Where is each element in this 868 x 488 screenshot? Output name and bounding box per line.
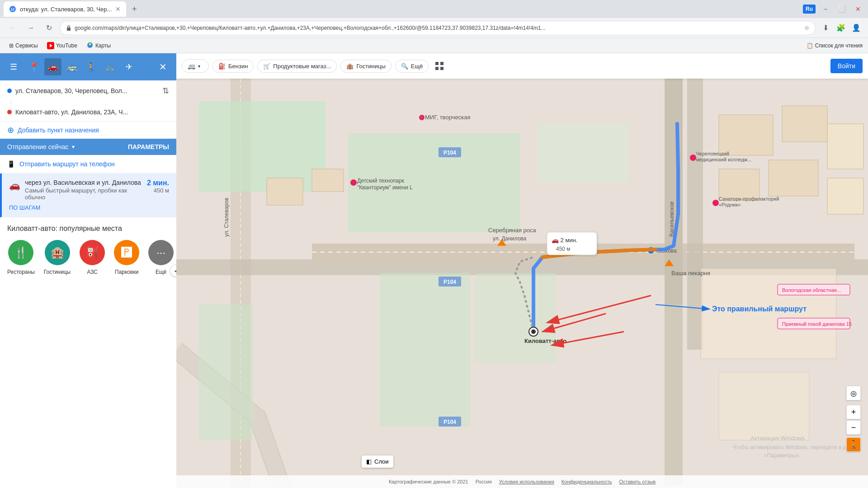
zoom-in-button[interactable]: +: [846, 405, 861, 419]
extensions-button[interactable]: 🧩: [835, 22, 847, 34]
popular-item-parking[interactable]: 🅿 Парковки: [114, 240, 139, 275]
destination-dot: [7, 110, 12, 114]
add-destination-button[interactable]: ⊕ Добавить пункт назначения: [0, 122, 176, 139]
plane-transport-button[interactable]: ✈: [120, 58, 137, 75]
lock-icon: [66, 25, 72, 31]
window-controls: Ru − ⬜ ✕: [803, 3, 864, 15]
download-icon-button[interactable]: ⬇: [819, 22, 832, 34]
my-location-button[interactable]: ◎: [846, 386, 861, 400]
popular-item-restaurants[interactable]: 🍴 Рестораны: [7, 240, 35, 275]
fuel-filter-button[interactable]: ⛽ Бензин: [212, 60, 254, 73]
car-transport-button[interactable]: 🚗: [44, 58, 61, 75]
svg-rect-24: [199, 305, 253, 440]
bus-icon: 🚌: [67, 62, 77, 72]
close-window-button[interactable]: ✕: [852, 3, 864, 15]
layers-button[interactable]: ◧ Слои: [362, 455, 393, 468]
sign-in-button[interactable]: Войти: [830, 59, 863, 73]
fuel-filter-label: Бензин: [228, 63, 248, 70]
svg-rect-35: [312, 169, 344, 192]
toolbar-right-buttons: ⬇ 🧩 👤: [819, 22, 863, 34]
pin-transport-button[interactable]: 📍: [25, 58, 42, 75]
swap-icon[interactable]: ⇅: [162, 86, 169, 96]
bus-transport-button[interactable]: 🚌: [63, 58, 80, 75]
terms-label[interactable]: Условия использования: [499, 479, 554, 484]
destination-input[interactable]: Киловатт-авто, ул. Данилова, 23А, Ч...: [15, 108, 169, 116]
map-footer: Картографические данные © 2021 Россия Ус…: [176, 475, 868, 488]
grid-icon: ⊞: [9, 42, 14, 49]
menu-button[interactable]: ☰: [5, 59, 22, 75]
walk-transport-button[interactable]: 🚶: [82, 58, 99, 75]
back-button[interactable]: ←: [5, 21, 20, 35]
params-button[interactable]: ПАРАМЕТРЫ: [128, 143, 169, 150]
copyright-label: Картографические данные © 2021: [389, 479, 468, 484]
svg-text:МИГ, творческая: МИГ, творческая: [425, 114, 470, 121]
svg-rect-34: [267, 178, 303, 205]
step-by-step-link[interactable]: ПО ШАГАМ: [9, 204, 40, 211]
street-view-button[interactable]: 🚶: [846, 437, 861, 452]
maximize-button[interactable]: ⬜: [835, 3, 848, 15]
more-icon-circle: ···: [148, 240, 174, 265]
svg-rect-32: [701, 268, 836, 359]
add-destination-label: Добавить пункт назначения: [18, 127, 99, 134]
active-tab[interactable]: M откуда: ул. Сталеваров, 30, Чер... ✕: [4, 1, 126, 17]
car-icon: 🚗: [48, 62, 58, 72]
departure-label: Отправление сейчас: [7, 143, 68, 150]
google-apps-button[interactable]: [432, 59, 447, 73]
close-icon: ✕: [159, 61, 167, 72]
zoom-out-button[interactable]: −: [846, 420, 861, 435]
svg-rect-25: [538, 124, 628, 183]
main-content: ☰ 📍 🚗 🚌 🚶 🚲 ✈: [0, 53, 868, 488]
svg-point-58: [712, 200, 719, 206]
more-filter-button[interactable]: 🔍 Ещё: [395, 60, 429, 73]
rv-filter-button[interactable]: 🚐 ▾: [182, 59, 209, 73]
sidebar-close-button[interactable]: ✕: [155, 59, 171, 75]
route-car-icon: 🚗: [9, 180, 20, 191]
route-distance: 450 м: [147, 187, 169, 194]
svg-text:"Кванториум" имени L: "Кванториум" имени L: [357, 184, 413, 191]
route-title: через ул. Васильевская и ул. Данилова: [25, 179, 142, 186]
tab-close-button[interactable]: ✕: [115, 5, 121, 13]
svg-rect-2: [67, 28, 71, 31]
bookmark-maps[interactable]: Карты: [83, 40, 114, 51]
svg-text:Приемный покой данилова 15: Приемный покой данилова 15: [782, 321, 852, 327]
minimize-button[interactable]: −: [819, 3, 832, 15]
youtube-icon: [47, 42, 54, 49]
forward-button[interactable]: →: [24, 21, 38, 35]
bike-icon: 🚲: [105, 62, 115, 72]
profile-button[interactable]: 👤: [850, 22, 863, 34]
reading-list-button[interactable]: 📋 Список для чтения: [807, 42, 863, 49]
route-option[interactable]: 🚗 через ул. Васильевская и ул. Данилова …: [0, 174, 176, 217]
feedback-label[interactable]: Оставить отзыв: [619, 479, 656, 484]
bike-transport-button[interactable]: 🚲: [101, 58, 118, 75]
origin-input[interactable]: ул. Сталеваров, 30, Череповец, Вол...: [15, 87, 159, 94]
reading-list-label: Список для чтения: [815, 42, 863, 49]
destination-row: Киловатт-авто, ул. Данилова, 23А, Ч...: [7, 108, 169, 116]
reload-button[interactable]: ↻: [42, 21, 56, 35]
bookmark-youtube[interactable]: YouTube: [43, 40, 81, 51]
svg-text:«Параметры».: «Параметры».: [764, 452, 801, 459]
new-tab-button[interactable]: +: [128, 3, 141, 15]
popular-section: Киловатт-авто: популярные места 🍴 Рестор…: [0, 217, 176, 282]
zoom-out-icon: −: [851, 423, 856, 432]
privacy-label[interactable]: Конфиденциальность: [561, 479, 612, 484]
bookmark-services[interactable]: ⊞ Сервисы: [5, 41, 42, 51]
send-route-button[interactable]: 📱 Отправить маршрут на телефон: [0, 155, 176, 174]
hotels-filter-button[interactable]: 🏨 Гостиницы: [340, 60, 391, 73]
svg-text:Серебряная роса: Серебряная роса: [488, 227, 537, 234]
restaurants-icon-circle: 🍴: [8, 240, 33, 265]
route-subtitle: Самый быстрый маршрут, пробки как обычно: [25, 187, 142, 201]
send-route-label: Отправить маршрут на телефон: [19, 160, 115, 168]
popular-items: 🍴 Рестораны 🏨 Гостиницы ⛽ АЗС 🅿 Парковки…: [7, 240, 169, 275]
popular-item-fuel[interactable]: ⛽ АЗС: [80, 240, 105, 275]
map-area[interactable]: 🚐 ▾ ⛽ Бензин 🛒 Продуктовые магаз... 🏨 Го…: [176, 53, 868, 488]
restaurants-label: Рестораны: [7, 269, 35, 275]
popular-item-hotels[interactable]: 🏨 Гостиницы: [44, 240, 71, 275]
bookmark-star-icon[interactable]: ☆: [804, 24, 810, 31]
popular-title: Киловатт-авто: популярные места: [7, 225, 169, 233]
svg-rect-70: [547, 232, 597, 255]
address-bar[interactable]: google.com/maps/dir/улица+Сталеваров,+30…: [60, 21, 816, 35]
grocery-filter-button[interactable]: 🛒 Продуктовые магаз...: [257, 60, 337, 73]
map-topbar: 🚐 ▾ ⛽ Бензин 🛒 Продуктовые магаз... 🏨 Го…: [176, 53, 868, 79]
svg-point-6: [89, 43, 91, 45]
fuel-label: АЗС: [87, 269, 98, 275]
